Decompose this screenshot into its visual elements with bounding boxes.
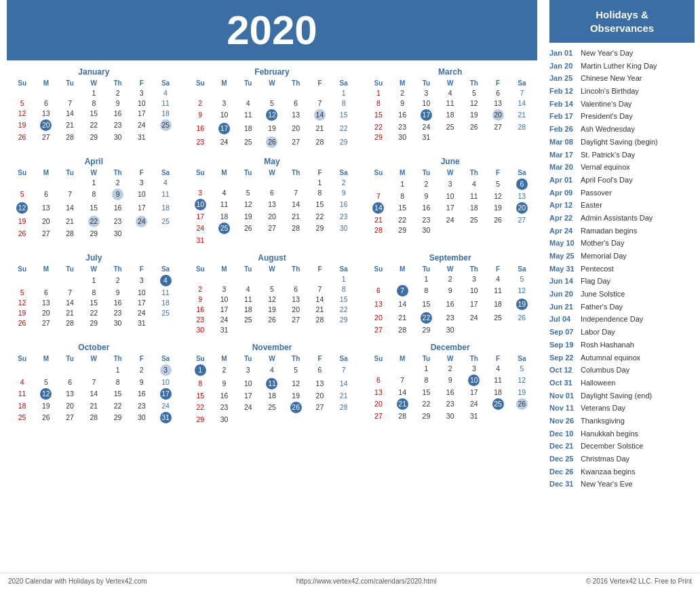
day-header: W (260, 354, 284, 363)
calendar-day: 31 (414, 132, 438, 142)
calendar-day: 23 (106, 214, 130, 228)
calendar-day: 29 (82, 318, 106, 328)
calendar-day: 3 (212, 98, 236, 108)
calendar-day: 7 (82, 377, 106, 387)
holiday-item: Jan 01New Year's Day (549, 47, 695, 60)
day-header: M (34, 79, 58, 88)
day-header: W (82, 354, 106, 363)
calendar-day: 18 (486, 297, 510, 311)
calendar-day: 12 (10, 297, 34, 307)
calendar-day: 26 (10, 318, 34, 328)
calendar-day: 9 (106, 187, 130, 201)
calendar-day (58, 273, 81, 287)
sidebar-header: Holidays & Observances (549, 0, 695, 43)
calendar-day: 8 (82, 187, 106, 201)
calendar-day: 6 (260, 187, 284, 197)
calendar-day: 9 (106, 98, 130, 108)
calendar-day: 29 (308, 221, 332, 235)
calendar-day: 17 (212, 304, 236, 314)
calendar-day: 27 (34, 318, 58, 328)
calendar-day: 24 (438, 214, 462, 225)
calendar-day: 8 (106, 377, 130, 387)
calendar-day (332, 324, 355, 335)
calendar-day: 16 (391, 108, 414, 121)
calendar-day: 7 (332, 363, 355, 377)
calendar-day: 22 (82, 214, 106, 228)
calendar-day (308, 88, 332, 98)
calendar-day (236, 273, 260, 284)
calendar-day: 12 (284, 377, 308, 390)
calendar-day: 2 (189, 98, 212, 108)
day-header: Sa (332, 354, 355, 363)
calendar-day: 12 (510, 373, 534, 387)
holiday-name: Daylight Saving (end) (581, 390, 652, 402)
holiday-name: Mother's Day (581, 237, 624, 250)
calendar-day: 5 (284, 363, 308, 377)
holiday-name: Flag Day (581, 275, 610, 288)
day-header: Tu (414, 79, 438, 88)
calendar-day: 20 (308, 390, 332, 400)
day-header: Su (10, 354, 34, 363)
day-header: F (130, 354, 153, 363)
holiday-date: Jun 21 (549, 301, 577, 314)
calendar-day: 24 (153, 400, 177, 411)
calendar-day: 17 (130, 297, 153, 307)
day-header: Tu (414, 354, 438, 363)
calendar-day: 16 (189, 304, 212, 314)
day-header: Sa (153, 354, 177, 363)
calendar-day: 4 (236, 98, 260, 108)
calendar-day: 3 (462, 363, 486, 373)
calendar-day (366, 177, 390, 191)
calendar-day: 24 (189, 221, 212, 235)
calendar-day: 9 (189, 108, 212, 121)
calendar-day: 14 (366, 201, 390, 214)
holiday-name: Lincoln's Birthday (581, 85, 639, 98)
calendar-day: 6 (284, 98, 308, 108)
holiday-date: Feb 26 (549, 123, 577, 136)
calendar-day: 6 (284, 284, 308, 294)
calendar-day: 28 (391, 324, 414, 335)
holiday-date: Apr 12 (549, 199, 577, 212)
holiday-name: Ramadan begins (581, 225, 637, 238)
calendar-day (462, 132, 486, 142)
holiday-date: Sep 22 (549, 352, 577, 364)
calendar-day: 22 (332, 121, 355, 135)
day-header: Tu (58, 79, 81, 88)
calendar-day: 15 (106, 387, 130, 400)
calendar-day: 5 (260, 98, 284, 108)
calendar-day (260, 273, 284, 284)
calendar-day: 28 (58, 318, 81, 328)
calendar-day: 25 (438, 121, 462, 132)
calendar-day (284, 235, 308, 245)
calendar-day (332, 235, 355, 245)
calendar-day: 19 (486, 201, 510, 214)
calendar-day: 29 (332, 314, 355, 324)
calendar-day: 1 (82, 273, 106, 287)
day-header: F (486, 79, 510, 88)
day-header: Sa (510, 168, 534, 177)
day-header: Tu (236, 265, 260, 273)
calendar-day: 22 (414, 397, 438, 411)
day-header: Th (284, 168, 308, 177)
calendar-day: 27 (58, 411, 81, 424)
day-header: W (82, 79, 106, 88)
main-container: 2020 JanuarySuMTuWThFSa12345678910111213… (0, 0, 700, 570)
calendar-day: 13 (486, 98, 510, 108)
calendar-day: 6 (34, 98, 58, 108)
day-header: F (308, 168, 332, 177)
calendar-day: 15 (308, 197, 332, 211)
calendar-day: 25 (486, 311, 510, 324)
calendar-day: 2 (414, 177, 438, 191)
calendar-day: 10 (130, 287, 153, 297)
holiday-name: Autumnal equinox (581, 352, 640, 364)
calendar-day: 14 (308, 108, 332, 121)
calendar-day: 29 (391, 225, 414, 235)
day-header: F (308, 265, 332, 273)
holiday-date: Mar 20 (549, 161, 577, 174)
calendar-day: 13 (366, 387, 390, 397)
calendar-day (510, 411, 534, 421)
calendar-day: 21 (332, 390, 355, 400)
calendar-day: 7 (284, 187, 308, 197)
calendar-day: 14 (510, 98, 534, 108)
calendar-day (391, 363, 414, 373)
